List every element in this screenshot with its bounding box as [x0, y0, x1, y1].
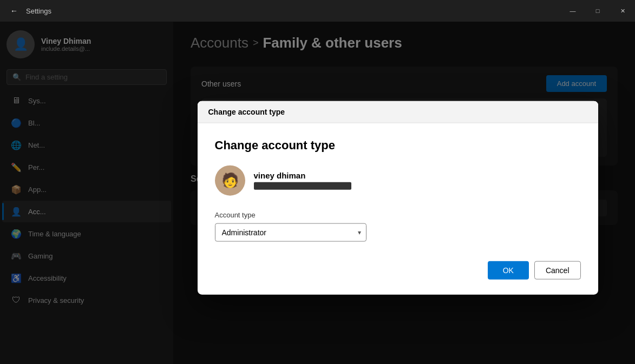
dialog-user-avatar: 🧑	[215, 165, 245, 195]
dialog-heading: Change account type	[215, 138, 581, 152]
app-title: Settings	[26, 7, 51, 15]
dialog-user-name: viney dhiman	[254, 171, 351, 180]
ok-button[interactable]: OK	[488, 261, 529, 279]
account-type-select-wrapper: AdministratorStandard User ▾	[215, 223, 366, 241]
account-type-select[interactable]: AdministratorStandard User	[215, 223, 366, 241]
dialog-footer: OK Cancel	[215, 261, 581, 279]
close-button[interactable]: ✕	[610, 0, 635, 22]
back-button[interactable]: ←	[6, 3, 22, 18]
dialog-titlebar: Change account type	[198, 101, 598, 123]
window-controls: — □ ✕	[560, 0, 635, 22]
title-bar: ← Settings — □ ✕	[0, 0, 635, 22]
dialog-user-row: 🧑 viney dhiman	[215, 165, 581, 195]
dialog-user-details: viney dhiman	[254, 171, 351, 190]
change-account-type-dialog: Change account type Change account type …	[198, 101, 598, 294]
account-type-label: Account type	[215, 210, 581, 219]
minimize-button[interactable]: —	[560, 0, 585, 22]
cancel-button[interactable]: Cancel	[534, 261, 581, 279]
dialog-title-label: Change account type	[208, 107, 285, 116]
dialog-body: Change account type 🧑 viney dhiman Accou…	[198, 123, 598, 294]
dialog-user-email-bar	[254, 182, 351, 190]
maximize-button[interactable]: □	[585, 0, 610, 22]
